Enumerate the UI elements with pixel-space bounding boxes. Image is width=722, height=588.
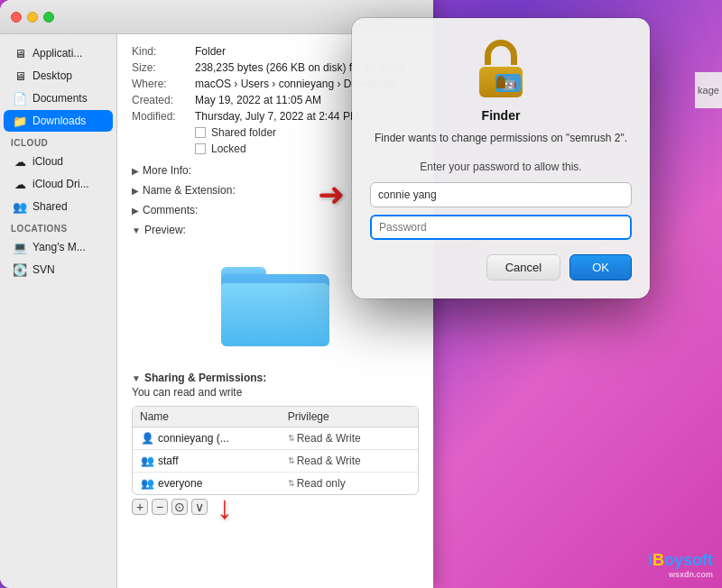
name-col-header: Name bbox=[140, 410, 288, 423]
watermark-sub: wsxdn.com bbox=[648, 570, 713, 579]
sidebar-item-applications[interactable]: 🖥 Applicati... bbox=[4, 42, 113, 64]
sidebar-item-documents[interactable]: 📄 Documents bbox=[4, 87, 113, 109]
privilege-value: Read & Write bbox=[297, 432, 361, 445]
documents-icon: 📄 bbox=[13, 91, 27, 106]
desktop-icon: 🖥 bbox=[13, 69, 27, 83]
kind-label: Kind: bbox=[132, 45, 195, 58]
lock-body: 🤖 bbox=[479, 67, 523, 97]
icloud-drive-icon: ☁ bbox=[13, 177, 27, 191]
user-name-cell: 👤 connieyang (... bbox=[140, 431, 288, 446]
sidebar-item-icloud[interactable]: ☁ iCloud bbox=[4, 151, 113, 172]
maximize-button[interactable] bbox=[43, 12, 54, 23]
downloads-icon: 📁 bbox=[13, 114, 27, 128]
sidebar-item-label: Downloads bbox=[32, 115, 86, 127]
sidebar: 🖥 Applicati... 🖥 Desktop 📄 Documents 📁 D… bbox=[0, 34, 117, 588]
password-input[interactable] bbox=[370, 215, 632, 240]
sidebar-item-downloads[interactable]: 📁 Downloads bbox=[4, 110, 113, 132]
privilege-col-header: Privilege bbox=[288, 410, 411, 423]
privilege-value: Read & Write bbox=[297, 455, 361, 467]
name-extension-arrow: ▶ bbox=[132, 186, 139, 196]
down-arrow-annotation: ↓ bbox=[217, 489, 233, 527]
icloud-icon: ☁ bbox=[13, 154, 27, 169]
yang-m-icon: 💻 bbox=[13, 240, 27, 254]
add-permission-button[interactable]: + bbox=[132, 499, 148, 515]
sidebar-item-label: Desktop bbox=[32, 69, 72, 82]
table-row: 👤 connieyang (... ⇅ Read & Write bbox=[133, 427, 418, 450]
folder-front bbox=[221, 283, 329, 346]
dialog-subtitle: Enter your password to allow this. bbox=[420, 161, 581, 173]
privilege-arrow: ⇅ bbox=[288, 434, 295, 443]
right-edge-text: kage bbox=[698, 85, 719, 96]
sharing-arrow: ▼ bbox=[132, 373, 141, 383]
preview-label: Preview: bbox=[144, 224, 186, 236]
name-extension-label: Name & Extension: bbox=[143, 184, 236, 197]
locations-section-label: Locations bbox=[0, 218, 116, 235]
cancel-button[interactable]: Cancel bbox=[486, 254, 560, 280]
user-icon: 👤 bbox=[140, 431, 154, 446]
dialog-buttons: Cancel OK bbox=[370, 254, 632, 280]
sidebar-item-label: Shared bbox=[32, 200, 68, 213]
more-info-label: More Info: bbox=[143, 164, 191, 177]
size-label: Size: bbox=[132, 61, 195, 74]
locked-checkbox[interactable] bbox=[195, 143, 206, 154]
table-controls: + − ⊙ ∨ bbox=[132, 499, 419, 515]
dropdown-permission-button[interactable]: ∨ bbox=[191, 499, 208, 515]
privilege-value: Read only bbox=[297, 477, 346, 490]
table-row: 👥 staff ⇅ Read & Write bbox=[133, 450, 418, 473]
sharing-header[interactable]: ▼ Sharing & Permissions: bbox=[132, 364, 419, 386]
sidebar-item-label: iCloud Dri... bbox=[32, 178, 89, 190]
sidebar-item-desktop[interactable]: 🖥 Desktop bbox=[4, 65, 113, 87]
lock-shackle bbox=[485, 40, 517, 65]
modified-label: Modified: bbox=[132, 110, 195, 123]
locked-label: Locked bbox=[211, 142, 246, 155]
sidebar-item-label: Documents bbox=[32, 92, 88, 105]
iboysoft-watermark: iBoysoft wsxdn.com bbox=[648, 551, 713, 579]
sidebar-item-shared[interactable]: 👥 Shared bbox=[4, 196, 113, 217]
folder-icon bbox=[221, 256, 329, 346]
user-name: staff bbox=[158, 455, 178, 467]
privilege-cell: ⇅ Read & Write bbox=[288, 455, 411, 467]
dialog-description: Finder wants to change permissions on "s… bbox=[375, 130, 627, 146]
minimize-button[interactable] bbox=[27, 12, 38, 23]
sidebar-item-yang-m[interactable]: 💻 Yang's M... bbox=[4, 236, 113, 258]
sidebar-item-label: Applicati... bbox=[32, 47, 82, 60]
privilege-arrow: ⇅ bbox=[288, 456, 295, 465]
everyone-icon: 👥 bbox=[140, 476, 154, 491]
where-label: Where: bbox=[132, 78, 195, 90]
permission-dialog: 🤖 Finder Finder wants to change permissi… bbox=[352, 18, 650, 299]
table-header: Name Privilege bbox=[133, 407, 418, 427]
action-permission-button[interactable]: ⊙ bbox=[171, 499, 188, 515]
user-name-cell: 👥 everyone bbox=[140, 476, 288, 491]
read-write-text: You can read and write bbox=[132, 386, 419, 399]
username-input[interactable] bbox=[370, 182, 632, 207]
sidebar-item-svn[interactable]: 💽 SVN bbox=[4, 259, 113, 280]
group-icon: 👥 bbox=[140, 454, 154, 468]
user-name: everyone bbox=[158, 477, 202, 490]
lock-icon: 🤖 bbox=[472, 40, 530, 97]
user-name-cell: 👥 staff bbox=[140, 454, 288, 468]
sidebar-item-label: Yang's M... bbox=[32, 241, 86, 253]
ok-button[interactable]: OK bbox=[569, 254, 632, 280]
more-info-arrow: ▶ bbox=[132, 166, 139, 176]
traffic-lights bbox=[11, 12, 54, 23]
watermark-brand-c: oysoft bbox=[664, 551, 713, 569]
privilege-cell: ⇅ Read & Write bbox=[288, 432, 411, 445]
lock-keyhole bbox=[496, 76, 505, 88]
sidebar-item-icloud-drive[interactable]: ☁ iCloud Dri... bbox=[4, 173, 113, 195]
icloud-section-label: iCloud bbox=[0, 133, 116, 150]
shared-folder-label: Shared folder bbox=[211, 126, 276, 139]
privilege-arrow: ⇅ bbox=[288, 479, 295, 488]
remove-permission-button[interactable]: − bbox=[152, 499, 168, 515]
privilege-cell: ⇅ Read only bbox=[288, 477, 411, 490]
shared-folder-checkbox[interactable] bbox=[195, 127, 206, 138]
shared-icon: 👥 bbox=[13, 199, 27, 214]
applications-icon: 🖥 bbox=[13, 46, 27, 60]
right-edge-window: kage bbox=[695, 72, 722, 108]
watermark-brand-b: B bbox=[653, 551, 664, 569]
close-button[interactable] bbox=[11, 12, 22, 23]
sidebar-item-label: SVN bbox=[32, 263, 55, 276]
svn-icon: 💽 bbox=[13, 262, 27, 277]
user-name: connieyang (... bbox=[158, 432, 229, 445]
comments-label: Comments: bbox=[143, 204, 198, 216]
created-label: Created: bbox=[132, 94, 195, 106]
